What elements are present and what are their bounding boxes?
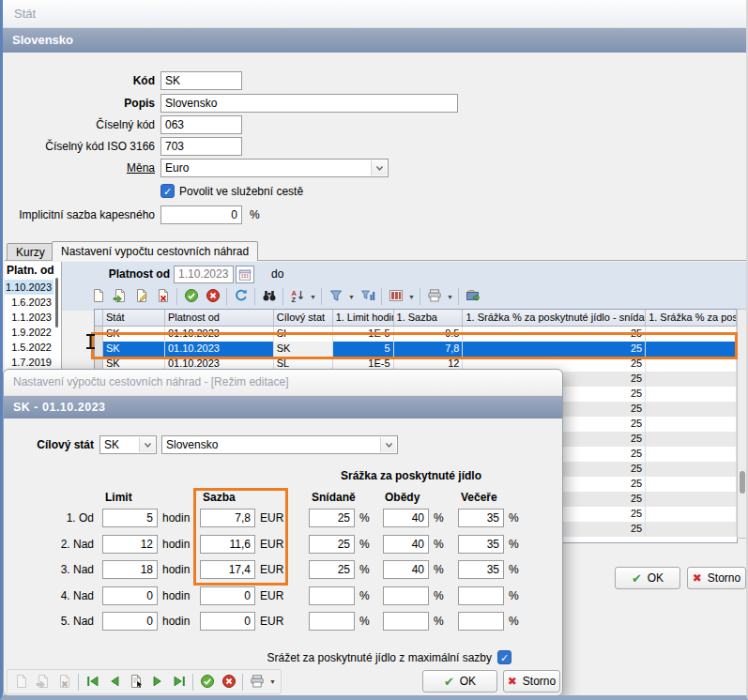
platnost-list-item[interactable]: 1.9.2022 xyxy=(5,325,53,340)
table-cell[interactable] xyxy=(646,357,737,372)
table-column-header[interactable]: Stát xyxy=(103,310,165,326)
chevron-down-icon[interactable] xyxy=(371,160,387,175)
platnost-list-item[interactable]: 1.7.2019 xyxy=(5,355,53,370)
dropdown-caret-icon[interactable]: ▼ xyxy=(445,294,455,300)
obedy-input[interactable] xyxy=(383,612,429,631)
table-column-header[interactable]: 1. Srážka % za poskytnuté jídlo - snídan… xyxy=(463,310,646,326)
table-cell[interactable] xyxy=(646,522,737,537)
table-cell[interactable] xyxy=(646,492,737,507)
row-marker-cell[interactable] xyxy=(95,327,103,342)
platnost-list-item[interactable]: 1.5.2022 xyxy=(5,340,53,355)
ciselny-kod-input[interactable]: 063 xyxy=(160,115,242,134)
columns-button[interactable] xyxy=(385,287,406,307)
table-cell[interactable]: SK xyxy=(103,327,165,342)
cancel-button[interactable] xyxy=(218,672,239,692)
table-cell[interactable]: 7,8 xyxy=(394,342,464,357)
limit-hours-input[interactable]: 5 xyxy=(102,509,158,527)
sazba-input[interactable]: 11,6 xyxy=(200,535,255,554)
povolit-checkbox[interactable]: ✓ xyxy=(160,184,175,198)
table-column-header[interactable]: 1. Sazba xyxy=(394,310,464,326)
dropdown-caret-icon[interactable]: ▼ xyxy=(406,294,417,300)
obedy-input[interactable]: 40 xyxy=(383,560,429,579)
nav-last-button[interactable] xyxy=(168,672,190,692)
table-cell[interactable] xyxy=(646,507,737,522)
dialog-storno-button[interactable]: ✖ Storno xyxy=(503,670,560,692)
table-cell[interactable] xyxy=(646,477,737,492)
table-cell[interactable]: 25 xyxy=(463,327,646,342)
accept-button[interactable] xyxy=(196,672,218,692)
snidane-input[interactable]: 25 xyxy=(309,535,355,554)
page-edit-button[interactable] xyxy=(130,287,152,307)
snidane-input[interactable]: 25 xyxy=(309,560,355,579)
table-column-header[interactable]: Cílový stat xyxy=(274,310,333,326)
ok-button[interactable]: ✔ OK xyxy=(615,567,680,589)
platnost-list-item[interactable]: 1.6.2023 xyxy=(5,295,53,310)
table-cell[interactable] xyxy=(646,372,737,387)
tab-nahrady[interactable]: Nastavení vypočtu cestovních náhrad xyxy=(52,241,258,261)
table-column-header[interactable]: Platnost od xyxy=(165,310,274,326)
table-cell[interactable] xyxy=(646,462,737,477)
table-cell[interactable]: 25 xyxy=(463,342,646,357)
table-cell[interactable] xyxy=(646,417,737,432)
platnost-list-item[interactable]: 1.1.2023 xyxy=(5,310,53,325)
table-cell[interactable] xyxy=(646,327,737,342)
dropdown-caret-icon[interactable]: ▼ xyxy=(267,678,278,685)
page-delete-button[interactable] xyxy=(152,287,174,307)
tab-kurzy[interactable]: Kurzy xyxy=(7,243,54,260)
table-cell[interactable]: SK xyxy=(274,342,333,357)
table-column-header[interactable]: 1. Limit hodin xyxy=(333,310,394,326)
table-cell[interactable]: SK xyxy=(103,342,165,357)
srazet-checkbox[interactable]: ✓ xyxy=(497,650,511,664)
table-scrollbar-thumb[interactable] xyxy=(740,471,745,494)
table-row[interactable]: SK01.10.2023SI1E-59.525 xyxy=(95,327,737,342)
storno-button[interactable]: ✖ Storno xyxy=(687,567,746,589)
chevron-down-icon[interactable] xyxy=(139,437,155,452)
row-marker-cell[interactable] xyxy=(95,342,103,357)
kapesne-input[interactable]: 0 xyxy=(160,205,242,224)
folder-export-button[interactable] xyxy=(462,287,483,307)
vecere-input[interactable]: 35 xyxy=(458,509,504,527)
platnost-od-input[interactable]: 1.10.2023 xyxy=(174,266,234,283)
obedy-input[interactable] xyxy=(383,586,429,605)
table-row[interactable]: SK01.10.2023SK57,825 xyxy=(95,342,737,357)
filter-columns-button[interactable] xyxy=(357,287,378,307)
dropdown-caret-icon[interactable]: ▼ xyxy=(308,294,318,300)
dialog-ok-button[interactable]: ✔ OK xyxy=(422,670,497,692)
nav-first-button[interactable] xyxy=(82,672,103,692)
limit-hours-input[interactable]: 18 xyxy=(102,560,158,579)
sazba-input[interactable]: 17,4 xyxy=(200,560,255,579)
table-cell[interactable] xyxy=(646,432,737,447)
table-cell[interactable] xyxy=(646,342,737,357)
list-scrollbar-thumb[interactable] xyxy=(55,278,58,327)
obedy-input[interactable]: 40 xyxy=(383,535,429,554)
cilovy-stat-name-select[interactable]: Slovensko xyxy=(161,435,398,454)
snidane-input[interactable] xyxy=(309,586,355,605)
kod-input[interactable]: SK xyxy=(160,71,242,90)
record-list-button[interactable] xyxy=(125,672,146,692)
limit-hours-input[interactable]: 12 xyxy=(102,535,158,554)
page-new-button[interactable] xyxy=(87,287,109,307)
iso-kod-input[interactable]: 703 xyxy=(160,137,242,156)
sazba-input[interactable]: 7,8 xyxy=(200,509,255,527)
page-copy-button[interactable] xyxy=(109,287,130,307)
chevron-down-icon[interactable] xyxy=(380,437,396,452)
vecere-input[interactable]: 35 xyxy=(458,535,504,554)
table-cell[interactable] xyxy=(646,402,737,417)
popis-input[interactable]: Slovensko xyxy=(160,94,458,113)
binoculars-button[interactable] xyxy=(258,287,280,307)
platnost-list-item[interactable]: 1.10.2023 xyxy=(5,280,53,295)
table-cell[interactable]: 01.10.2023 xyxy=(165,342,274,357)
refresh-button[interactable] xyxy=(230,287,252,307)
cilovy-stat-code-select[interactable]: SK xyxy=(99,435,157,454)
snidane-input[interactable]: 25 xyxy=(309,509,355,527)
table-cell[interactable]: 1E-5 xyxy=(333,327,394,342)
table-cell[interactable]: 9.5 xyxy=(394,327,464,342)
table-cell[interactable]: 01.10.2023 xyxy=(165,327,274,342)
printer-button[interactable] xyxy=(246,672,267,692)
table-cell[interactable]: SI xyxy=(274,327,333,342)
table-column-header[interactable]: 1. Srážka % za pos xyxy=(646,310,737,326)
vecere-input[interactable]: 35 xyxy=(458,560,504,579)
table-cell[interactable] xyxy=(646,387,737,402)
limit-hours-input[interactable]: 0 xyxy=(102,586,158,605)
table-scrollbar[interactable] xyxy=(737,309,748,539)
